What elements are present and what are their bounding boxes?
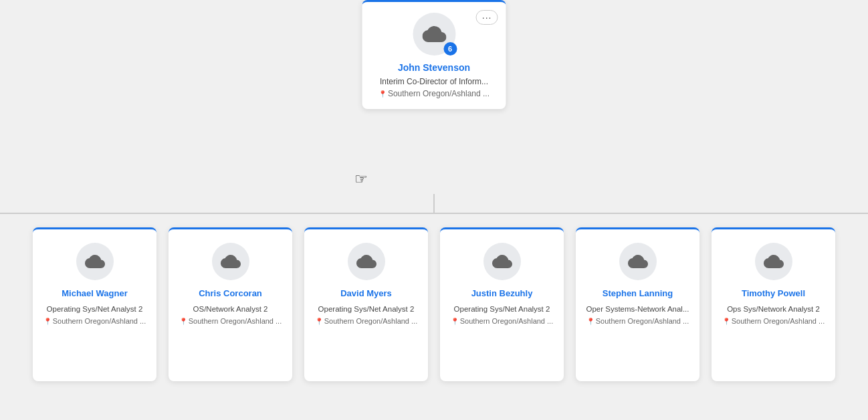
cloud-icon bbox=[764, 251, 784, 272]
child-card: Timothy Powell Ops Sys/Network Analyst 2… bbox=[712, 227, 835, 381]
root-title: Interim Co-Director of Inform... bbox=[380, 77, 488, 86]
child-card: Stephen Lanning Oper Systems-Network Ana… bbox=[576, 227, 699, 381]
child-location: Southern Oregon/Ashland ... bbox=[179, 317, 282, 325]
children-row: Michael Wagner Operating Sys/Net Analyst… bbox=[0, 227, 868, 381]
child-name[interactable]: Stephen Lanning bbox=[603, 288, 673, 298]
root-location: Southern Oregon/Ashland ... bbox=[378, 89, 490, 98]
child-avatar bbox=[76, 243, 114, 280]
child-title: Operating Sys/Net Analyst 2 bbox=[318, 304, 415, 314]
root-card-wrapper: ··· 6 John Stevenson Interim Co-Director… bbox=[362, 0, 506, 109]
cloud-icon bbox=[356, 251, 376, 272]
child-avatar bbox=[755, 243, 792, 280]
child-avatar bbox=[212, 243, 249, 280]
child-title: OS/Network Analyst 2 bbox=[193, 304, 268, 314]
cloud-icon bbox=[85, 251, 105, 272]
cloud-icon bbox=[628, 251, 648, 272]
child-location: Southern Oregon/Ashland ... bbox=[43, 317, 146, 325]
child-title: Ops Sys/Network Analyst 2 bbox=[727, 304, 820, 314]
more-options-button[interactable]: ··· bbox=[476, 10, 498, 25]
child-title: Oper Systems-Network Anal... bbox=[586, 304, 689, 314]
child-card: Michael Wagner Operating Sys/Net Analyst… bbox=[33, 227, 156, 381]
child-avatar bbox=[619, 243, 657, 280]
root-avatar-wrap: 6 bbox=[413, 13, 455, 56]
horizontal-connector bbox=[0, 213, 868, 214]
cloud-icon bbox=[492, 251, 512, 272]
child-name[interactable]: Justin Bezuhly bbox=[471, 288, 533, 298]
badge-count: 6 bbox=[443, 42, 457, 56]
child-name[interactable]: Michael Wagner bbox=[62, 288, 127, 298]
root-name[interactable]: John Stevenson bbox=[398, 62, 470, 73]
child-card: Chris Corcoran OS/Network Analyst 2 Sout… bbox=[169, 227, 292, 381]
child-name[interactable]: David Myers bbox=[340, 288, 392, 298]
cloud-icon bbox=[221, 251, 241, 272]
child-card: David Myers Operating Sys/Net Analyst 2 … bbox=[304, 227, 428, 381]
child-title: Operating Sys/Net Analyst 2 bbox=[47, 304, 143, 314]
bottom-connector bbox=[433, 194, 435, 214]
root-card: ··· 6 John Stevenson Interim Co-Director… bbox=[362, 0, 506, 109]
org-chart: ··· 6 John Stevenson Interim Co-Director… bbox=[0, 0, 868, 420]
child-location: Southern Oregon/Ashland ... bbox=[315, 317, 417, 325]
child-name[interactable]: Chris Corcoran bbox=[199, 288, 262, 298]
child-avatar bbox=[483, 243, 521, 280]
child-avatar bbox=[348, 243, 385, 280]
cursor-indicator: ☞ bbox=[354, 171, 368, 188]
child-name[interactable]: Timothy Powell bbox=[742, 288, 805, 298]
child-title: Operating Sys/Net Analyst 2 bbox=[454, 304, 550, 314]
cloud-icon bbox=[422, 22, 446, 46]
child-card: Justin Bezuhly Operating Sys/Net Analyst… bbox=[440, 227, 564, 381]
child-location: Southern Oregon/Ashland ... bbox=[722, 317, 825, 325]
child-location: Southern Oregon/Ashland ... bbox=[451, 317, 553, 325]
child-location: Southern Oregon/Ashland ... bbox=[586, 317, 689, 325]
